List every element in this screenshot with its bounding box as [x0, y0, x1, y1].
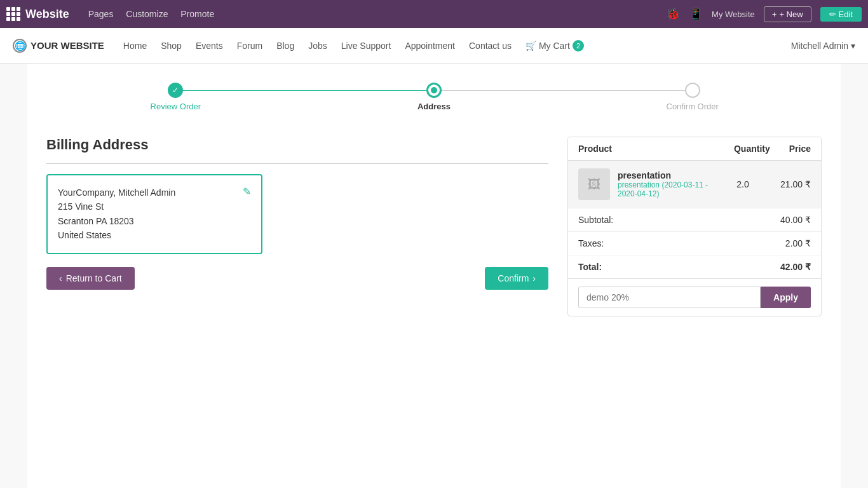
admin-bar: Website Pages Customize Promote 🐞 📱 My W…: [0, 0, 868, 28]
mobile-icon[interactable]: 📱: [689, 7, 703, 21]
cart-label: My Cart: [539, 41, 570, 51]
plus-icon: +: [772, 10, 777, 19]
product-name: presentation: [618, 170, 719, 180]
step2-label: Address: [417, 102, 451, 111]
address-city: Scranton PA 18203: [58, 214, 175, 228]
step3-label: Confirm Order: [667, 102, 719, 111]
return-to-cart-label: Return to Cart: [66, 273, 122, 283]
left-column: Billing Address YourCompany, Mitchell Ad…: [46, 137, 548, 290]
new-label: + New: [779, 10, 803, 19]
confirm-label: Confirm: [498, 273, 529, 283]
taxes-label: Taxes:: [578, 238, 604, 248]
grid-icon: [6, 7, 20, 21]
nav-promote[interactable]: Promote: [175, 9, 219, 19]
globe-icon: 🌐: [13, 39, 27, 53]
product-image: 🖼: [578, 168, 610, 200]
right-column: Product Quantity Price 🖼 presentation pr…: [567, 137, 822, 316]
nav-forum[interactable]: Forum: [231, 41, 269, 51]
website-nav: 🌐 YOUR WEBSITE Home Shop Events Forum Bl…: [0, 28, 868, 64]
taxes-row: Taxes: 2.00 ₹: [568, 232, 821, 255]
action-buttons: ‹ Return to Cart Confirm ›: [46, 267, 548, 290]
nav-blog[interactable]: Blog: [270, 41, 301, 51]
app-name: Website: [25, 8, 69, 21]
address-name: YourCompany, Mitchell Admin: [58, 186, 175, 200]
checkout-steps: ✓ Review Order Address Confirm Order: [46, 76, 822, 118]
nav-jobs[interactable]: Jobs: [302, 41, 334, 51]
subtotal-value: 40.00 ₹: [780, 215, 811, 225]
step1-label: Review Order: [151, 102, 201, 111]
cart-icon: 🛒: [526, 41, 536, 51]
cart-link[interactable]: 🛒 My Cart 2: [519, 40, 590, 51]
table-header: Product Quantity Price: [568, 137, 821, 161]
edit-label: Edit: [839, 10, 853, 19]
product-price: 21.00 ₹: [766, 179, 811, 189]
main-content: ✓ Review Order Address Confirm Order Bil…: [27, 64, 841, 488]
confirm-button[interactable]: Confirm ›: [485, 267, 548, 290]
coupon-row: Apply: [568, 279, 821, 316]
col-price: Price: [789, 144, 811, 154]
nav-pages[interactable]: Pages: [83, 9, 119, 19]
nav-events[interactable]: Events: [189, 41, 229, 51]
col-qty-price: Quantity Price: [734, 144, 811, 154]
product-subtitle: presentation (2020-03-11 - 2020-04-12): [618, 180, 719, 198]
app-logo[interactable]: Website: [6, 7, 69, 21]
billing-title: Billing Address: [46, 137, 548, 153]
total-row: Total: 42.00 ₹: [568, 255, 821, 279]
checkout-body: Billing Address YourCompany, Mitchell Ad…: [46, 137, 822, 316]
product-quantity: 2.0: [727, 179, 759, 189]
nav-customize[interactable]: Customize: [121, 9, 173, 19]
nav-contact[interactable]: Contact us: [463, 41, 518, 51]
total-label: Total:: [578, 262, 602, 272]
order-summary-table: Product Quantity Price 🖼 presentation pr…: [567, 137, 822, 316]
table-row: 🖼 presentation presentation (2020-03-11 …: [568, 161, 821, 208]
brand-logo[interactable]: 🌐 YOUR WEBSITE: [13, 39, 104, 53]
address-text: YourCompany, Mitchell Admin 215 Vine St …: [58, 186, 175, 243]
user-name: Mitchell Admin: [791, 41, 848, 51]
debug-icon[interactable]: 🐞: [666, 7, 680, 21]
new-button[interactable]: + + New: [764, 6, 811, 22]
return-to-cart-button[interactable]: ‹ Return to Cart: [46, 267, 135, 290]
step2-circle: [426, 83, 442, 98]
nav-home[interactable]: Home: [117, 41, 153, 51]
cart-count: 2: [573, 40, 584, 51]
apply-label: Apply: [773, 292, 798, 302]
edit-address-icon[interactable]: ✎: [243, 186, 251, 198]
brand-name: YOUR WEBSITE: [31, 40, 104, 51]
billing-divider: [46, 163, 548, 164]
step3-circle: [685, 83, 700, 98]
step-address: Address: [305, 83, 564, 111]
apply-coupon-button[interactable]: Apply: [761, 287, 811, 308]
subtotal-label: Subtotal:: [578, 215, 613, 225]
subtotal-row: Subtotal: 40.00 ₹: [568, 208, 821, 232]
step-confirm-order: Confirm Order: [563, 83, 822, 111]
step-review-order: ✓ Review Order: [46, 83, 305, 111]
my-website-link[interactable]: My Website: [712, 10, 755, 19]
pencil-icon: ✏: [829, 10, 836, 19]
address-card: YourCompany, Mitchell Admin 215 Vine St …: [46, 174, 262, 254]
taxes-value: 2.00 ₹: [785, 238, 811, 248]
chevron-left-icon: ‹: [59, 273, 62, 283]
address-street: 215 Vine St: [58, 200, 175, 214]
address-country: United States: [58, 228, 175, 242]
total-value: 42.00 ₹: [780, 262, 811, 272]
nav-links: Home Shop Events Forum Blog Jobs Live Su…: [117, 40, 791, 51]
nav-shop[interactable]: Shop: [154, 41, 188, 51]
col-quantity: Quantity: [734, 144, 770, 154]
edit-button[interactable]: ✏ Edit: [820, 7, 862, 22]
user-menu[interactable]: Mitchell Admin ▾: [791, 41, 855, 51]
step1-circle: ✓: [168, 83, 183, 98]
chevron-right-icon: ›: [532, 273, 536, 283]
col-product: Product: [578, 144, 612, 154]
admin-right-icons: 🐞 📱 My Website + + New ✏ Edit: [666, 6, 862, 22]
admin-nav: Pages Customize Promote: [83, 9, 220, 19]
nav-appointment[interactable]: Appointment: [398, 41, 461, 51]
product-info: presentation presentation (2020-03-11 - …: [618, 170, 719, 198]
image-placeholder-icon: 🖼: [588, 177, 600, 192]
nav-live-support[interactable]: Live Support: [335, 41, 398, 51]
chevron-down-icon: ▾: [851, 41, 855, 51]
coupon-input[interactable]: [578, 287, 761, 308]
